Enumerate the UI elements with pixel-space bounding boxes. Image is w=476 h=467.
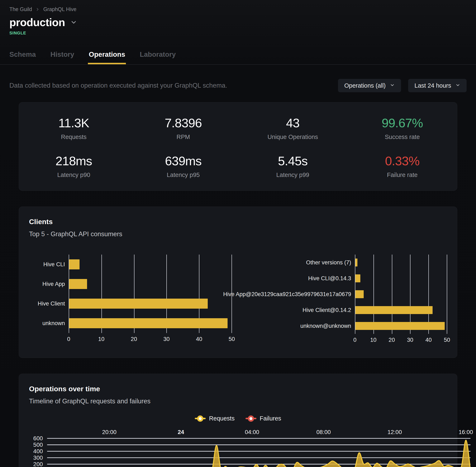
bar-row: [355, 271, 447, 286]
breadcrumb: The GuildGraphQL Hive: [9, 0, 467, 12]
stat-label: Requests: [61, 133, 87, 141]
bar-category-label: unknown: [29, 313, 69, 333]
bar-plot: [355, 255, 447, 334]
x-tick-label: 10: [98, 336, 104, 342]
bar: [355, 306, 433, 314]
stat-value: 99.67%: [382, 116, 423, 130]
bar-xaxis: 01020304050: [69, 336, 232, 345]
stat-label: Latency p90: [57, 171, 90, 178]
x-tick-label: 50: [444, 337, 450, 343]
stat-value: 0.33%: [385, 154, 419, 168]
stat-value: 43: [286, 116, 300, 130]
y-tick-label: 200: [33, 461, 43, 467]
clients-by-name-bar-chart: Hive CLIHive AppHive Clientunknown 01020…: [29, 255, 232, 346]
filter-dropdown-label: Last 24 hours: [414, 82, 451, 89]
tab-bar-divider: [0, 64, 476, 65]
x-tick-label: 20: [388, 337, 395, 343]
stat-value: 7.8396: [165, 116, 202, 130]
x-tick-label: 10: [370, 337, 376, 343]
stat-failure-rate: 0.33%Failure rate: [348, 154, 457, 178]
bar-category-label: Hive CLI@0.14.3: [244, 271, 355, 286]
breadcrumb-item-graphql-hive[interactable]: GraphQL Hive: [43, 6, 76, 12]
page-header: The GuildGraphQL Hive production SINGLE …: [0, 0, 476, 64]
description-text: Data collected based on operation execut…: [9, 82, 227, 89]
x-tick-label: 30: [163, 336, 170, 342]
stats-summary-card: 11.3KRequests7.8396RPM43Unique Operation…: [19, 102, 457, 191]
legend-swatch-icon: [195, 418, 206, 419]
stat-latency-p99: 5.45sLatency p99: [238, 154, 348, 178]
timeline-card-subtitle: Timeline of GraphQL requests and failure…: [29, 398, 447, 405]
filter-dropdown-label: Operations (all): [344, 82, 386, 89]
legend-item-requests[interactable]: Requests: [195, 415, 235, 422]
timeline-chart: 010020030040050060020:0020:00242404:0004…: [29, 428, 476, 467]
stat-label: Failure rate: [387, 171, 418, 178]
bar-plot: [69, 255, 232, 333]
tab-bar: SchemaHistoryOperationsLaboratory: [9, 51, 467, 64]
x-tick-label-top: 08:00: [316, 429, 331, 435]
bar-labels: Other versions (7)Hive CLI@0.14.3Hive Ap…: [244, 255, 355, 334]
bar: [355, 259, 357, 266]
tab-operations[interactable]: Operations: [89, 51, 125, 64]
breadcrumb-item-the-guild[interactable]: The Guild: [9, 6, 32, 12]
bar: [355, 290, 364, 298]
bar-category-label: Hive Client@0.14.2: [244, 302, 355, 318]
x-tick-label: 0: [353, 337, 356, 343]
filter-dropdown-operations-all-[interactable]: Operations (all): [338, 79, 401, 92]
filter-controls: Operations (all)Last 24 hours: [338, 79, 467, 92]
stat-rpm: 7.8396RPM: [129, 116, 238, 141]
bar: [69, 279, 87, 289]
bar: [69, 298, 208, 309]
client-charts-row: Hive CLIHive AppHive Clientunknown 01020…: [29, 255, 447, 346]
bar-category-label: Hive App: [29, 274, 69, 294]
bar: [69, 318, 227, 328]
target-selector-dropdown[interactable]: [70, 19, 77, 26]
bar-row: [355, 255, 447, 271]
stat-label: Success rate: [385, 133, 420, 141]
stat-label: Latency p95: [167, 171, 200, 178]
bar: [355, 274, 360, 282]
filter-dropdown-last-24-hours[interactable]: Last 24 hours: [408, 79, 467, 92]
stat-latency-p90: 218msLatency p90: [19, 154, 129, 178]
x-tick-label: 30: [407, 337, 413, 343]
stat-latency-p95: 639msLatency p95: [129, 154, 238, 178]
y-tick-label: 500: [33, 441, 43, 448]
bar-category-label: Other versions (7): [244, 255, 355, 271]
bar-row: [69, 274, 232, 294]
bar-row: [355, 286, 447, 302]
requests-line: [47, 440, 471, 467]
tab-laboratory[interactable]: Laboratory: [140, 51, 176, 64]
chevron-down-icon: [70, 19, 77, 26]
chevron-right-icon: [35, 7, 40, 12]
stat-value: 639ms: [165, 154, 201, 168]
clients-card-title: Clients: [29, 218, 447, 226]
x-tick-label: 0: [67, 336, 70, 342]
stat-label: RPM: [177, 133, 190, 141]
bar-category-label: unknown@unknown: [244, 318, 355, 334]
x-tick-label-top: 12:00: [387, 429, 402, 435]
bar-row: [355, 302, 447, 318]
x-tick-label-top: 24: [178, 429, 184, 435]
operations-over-time-card: Operations over time Timeline of GraphQL…: [19, 374, 457, 467]
bar-row: [69, 294, 232, 313]
tab-history[interactable]: History: [51, 51, 74, 64]
bar-category-label: Hive Client: [29, 294, 69, 313]
main-content: Data collected based on operation execut…: [0, 79, 476, 467]
legend-item-failures[interactable]: Failures: [246, 415, 281, 422]
stat-label: Latency p99: [276, 171, 309, 178]
chevron-down-icon: [455, 82, 460, 89]
tab-schema[interactable]: Schema: [9, 51, 36, 64]
bar-labels: Hive CLIHive AppHive Clientunknown: [29, 255, 69, 333]
x-tick-label: 20: [131, 336, 137, 342]
x-tick-label: 40: [425, 337, 432, 343]
clients-by-version-bar-chart: Other versions (7)Hive CLI@0.14.3Hive Ap…: [244, 255, 447, 346]
requests-area: [47, 440, 471, 467]
stat-unique-operations: 43Unique Operations: [238, 116, 348, 141]
legend-label: Failures: [260, 415, 281, 422]
clients-card: Clients Top 5 - GraphQL API consumers Hi…: [19, 207, 457, 358]
chart-legend: RequestsFailures: [29, 415, 447, 422]
stat-value: 5.45s: [278, 154, 307, 168]
bar-row: [69, 255, 232, 274]
bar-row: [355, 318, 447, 334]
y-tick-label: 600: [33, 435, 43, 441]
x-tick-label-top: 04:00: [245, 429, 259, 435]
